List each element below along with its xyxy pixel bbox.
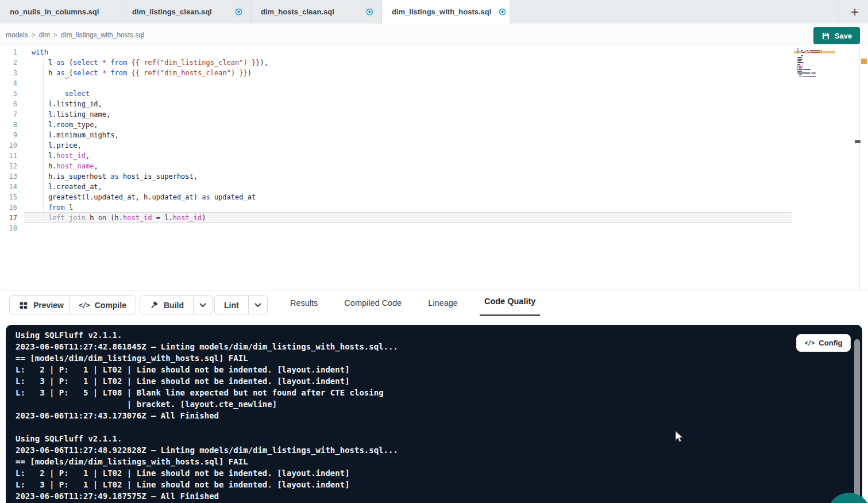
code-line-13[interactable]: 13 h.is_superhost as host_is_superhost, <box>0 171 793 182</box>
code-text: select <box>32 89 90 99</box>
terminal-scrollbar[interactable] <box>854 339 860 502</box>
code-line-8[interactable]: 8 l.room_type, <box>0 120 793 130</box>
table-grid-icon <box>19 301 28 310</box>
terminal-output-line: L: 2 | P: 1 | LT02 | Line should not be … <box>16 467 398 479</box>
terminal-output-line: L: 3 | P: 5 | LT08 | Blank line expected… <box>16 387 398 398</box>
line-number: 10 <box>0 140 17 151</box>
panel-tab-compiled-code[interactable]: Compiled Code <box>340 291 406 316</box>
editor-tab-bar: no_nulls_in_columns.sqldim_listings_clea… <box>0 0 868 24</box>
code-text: l.host_id, <box>32 151 90 161</box>
panel-tab-code-quality[interactable]: Code Quality <box>480 291 540 316</box>
breadcrumb-segment[interactable]: dim_listings_with_hosts.sql <box>61 31 144 39</box>
code-line-6[interactable]: 6 l.listing_id, <box>0 99 793 109</box>
code-text: l as (select * from {{ ref("dim_listings… <box>32 57 268 68</box>
tab-no-nulls-in-columns[interactable]: no_nulls_in_columns.sql <box>0 0 122 24</box>
terminal-output-line: | bracket. [layout.cte_newline] <box>16 398 398 410</box>
code-icon: </> <box>804 339 814 347</box>
tab-label: dim_listings_with_hosts.sql <box>392 7 491 16</box>
terminal-output-line: L: 3 | P: 1 | LT02 | Line should not be … <box>16 375 398 387</box>
minimap-line <box>797 53 836 55</box>
editor-minimap[interactable] <box>797 48 836 79</box>
tab-label: dim_listings_clean.sql <box>132 7 212 16</box>
minimap-line <box>797 52 836 53</box>
minimap-line <box>797 60 836 62</box>
minimap-line <box>797 48 836 49</box>
code-line-10[interactable]: 10 l.price, <box>0 140 793 151</box>
lint-button-content: Lint <box>215 296 248 314</box>
line-number: 4 <box>0 78 17 89</box>
code-line-14[interactable]: 14 l.created_at, <box>0 182 793 192</box>
lint-output-terminal[interactable]: Using SQLFluff v2.1.1.2023-06-06T11:27:4… <box>6 325 862 503</box>
minimap-line <box>797 76 836 77</box>
preview-label: Preview <box>33 301 64 310</box>
code-editor[interactable]: 1with2 l as (select * from {{ ref("dim_l… <box>0 46 868 290</box>
tab-bar-divider <box>839 0 839 24</box>
tab-dim-listings-with-hosts[interactable]: dim_listings_with_hosts.sql <box>382 0 510 24</box>
line-number: 8 <box>0 120 17 130</box>
minimap-line <box>797 55 836 56</box>
terminal-output-line: 2023-06-06T11:27:43.173076Z – All Finish… <box>16 410 398 421</box>
lint-dropdown-button[interactable] <box>248 296 267 314</box>
build-button[interactable]: Build <box>140 295 213 314</box>
line-number: 7 <box>0 109 17 120</box>
code-line-15[interactable]: 15 greatest(l.updated_at, h.updated_at) … <box>0 192 793 202</box>
breadcrumb-segment[interactable]: models <box>6 31 28 39</box>
line-number: 1 <box>0 47 17 57</box>
lint-label: Lint <box>224 301 239 310</box>
code-line-4[interactable]: 4 <box>0 78 793 89</box>
minimap-line <box>797 62 836 63</box>
tab-dim-listings-clean[interactable]: dim_listings_clean.sql <box>122 0 251 24</box>
code-line-1[interactable]: 1with <box>0 47 793 57</box>
line-number: 12 <box>0 161 17 171</box>
code-text: h as (select * from {{ ref("dim_hosts_cl… <box>32 68 252 78</box>
line-number: 3 <box>0 68 17 78</box>
panel-tab-lineage[interactable]: Lineage <box>423 291 462 316</box>
annotation-strip[interactable] <box>859 46 868 290</box>
hammer-icon <box>149 301 159 310</box>
modified-indicator-icon <box>367 9 373 15</box>
code-line-3[interactable]: 3 h as (select * from {{ ref("dim_hosts_… <box>0 68 793 78</box>
terminal-output-line: 2023-06-06T11:27:42.861845Z – Linting mo… <box>16 341 398 352</box>
code-text: left join h on (h.host_id = l.host_id) <box>32 213 206 223</box>
code-text: l.listing_name, <box>32 109 110 120</box>
minimap-line <box>797 78 836 79</box>
code-text: from l <box>32 202 73 213</box>
code-line-12[interactable]: 12 h.host_name, <box>0 161 793 171</box>
save-button[interactable]: Save <box>813 27 860 44</box>
build-dropdown-button[interactable] <box>193 296 212 314</box>
compile-label: Compile <box>95 301 126 310</box>
breadcrumb-separator-icon: > <box>53 31 57 39</box>
terminal-output-line: Using SQLFluff v2.1.1. <box>16 433 398 444</box>
code-text: l.listing_id, <box>32 99 102 109</box>
lint-button[interactable]: Lint <box>214 295 268 314</box>
code-line-9[interactable]: 9 l.minimum_nights, <box>0 130 793 140</box>
code-line-11[interactable]: 11 l.host_id, <box>0 151 793 161</box>
code-line-2[interactable]: 2 l as (select * from {{ ref("dim_listin… <box>0 57 793 68</box>
compile-button[interactable]: </> Compile <box>69 295 136 314</box>
code-line-5[interactable]: 5 select <box>0 89 793 99</box>
compile-button-content: </> Compile <box>70 296 136 314</box>
minimap-line <box>797 59 836 60</box>
minimap-line <box>797 72 836 74</box>
tab-dim-hosts-clean[interactable]: dim_hosts_clean.sql <box>251 0 382 24</box>
line-number: 6 <box>0 99 17 109</box>
action-bar: Preview </> Compile Build Lint <box>0 290 868 325</box>
terminal-output-line: 2023-06-06T11:27:49.187575Z – All Finish… <box>16 490 398 502</box>
cursor-position-marker <box>855 140 861 143</box>
code-line-7[interactable]: 7 l.listing_name, <box>0 109 793 120</box>
preview-button[interactable]: Preview <box>9 295 74 314</box>
config-label: Config <box>819 339 842 347</box>
code-line-17[interactable]: 17 left join h on (h.host_id = l.host_id… <box>0 213 793 223</box>
code-line-18[interactable]: 18 <box>0 223 793 233</box>
minimap-line <box>797 64 836 65</box>
breadcrumb-separator-icon: > <box>32 31 36 39</box>
breadcrumb-segment[interactable]: dim <box>39 31 50 39</box>
new-tab-button[interactable]: + <box>846 3 863 21</box>
panel-tab-results[interactable]: Results <box>286 291 322 316</box>
config-button[interactable]: </> Config <box>796 334 851 352</box>
line-number: 14 <box>0 182 17 192</box>
code-text: h.is_superhost as host_is_superhost, <box>32 171 198 182</box>
tab-label: no_nulls_in_columns.sql <box>10 7 99 16</box>
code-line-16[interactable]: 16 from l <box>0 202 793 213</box>
line-number: 17 <box>0 213 17 223</box>
